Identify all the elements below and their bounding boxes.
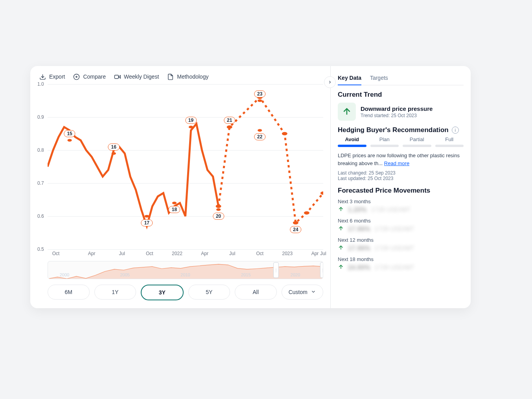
info-icon[interactable]: i — [452, 127, 459, 134]
forecast-price: 1729 USD/MT — [374, 264, 414, 271]
arrow-up-icon — [338, 245, 344, 252]
hedging-description: LDPE prices are now following the other … — [338, 152, 464, 167]
range-5y[interactable]: 5Y — [188, 285, 230, 300]
svg-point-11 — [304, 211, 309, 214]
range-label: 6M — [65, 289, 72, 295]
read-more-link[interactable]: Read more — [384, 160, 409, 166]
brush-handle-right[interactable] — [320, 262, 323, 278]
side-tabs: Key DataTargets — [338, 72, 464, 85]
chart-annotation[interactable]: 20 — [213, 213, 224, 220]
chart-annotation[interactable]: 19 — [185, 117, 197, 124]
hedging-section: Hedging Buyer's Recommendation i AvoidPl… — [338, 126, 464, 181]
y-tick-label: 1.0 — [37, 81, 44, 87]
forecast-row: Next 6 months17.96%1729 USD/MT — [338, 218, 464, 233]
brush-tick: 2015 — [241, 272, 250, 277]
arrow-up-icon — [342, 107, 352, 117]
export-label: Export — [49, 74, 65, 80]
svg-point-13 — [67, 139, 72, 142]
forecast-pct: 24.90% — [348, 264, 370, 271]
svg-point-6 — [216, 205, 221, 208]
range-6m[interactable]: 6M — [48, 285, 90, 300]
hedge-option-label: Plan — [379, 136, 390, 142]
forecast-row: Next 12 months17.96%1729 USD/MT — [338, 237, 464, 252]
forecast-price: 1729 USD/MT — [374, 226, 414, 233]
chart-annotation[interactable]: 15 — [64, 130, 75, 137]
svg-point-9 — [282, 132, 287, 135]
chart-annotation[interactable]: 17 — [141, 219, 153, 226]
forecast-pct: 17.96% — [348, 245, 370, 252]
chart-area: 0.50.60.70.80.91.0 15161718192021222324 … — [39, 84, 323, 300]
range-1y[interactable]: 1Y — [94, 285, 136, 300]
chart-annotation[interactable]: 23 — [254, 90, 265, 97]
range-3y[interactable]: 3Y — [141, 285, 184, 300]
forecast-row: Next 3 months1.20%1729 USD/MT — [338, 199, 464, 214]
methodology-button[interactable]: Methodology — [167, 73, 208, 80]
download-icon — [39, 73, 46, 80]
trend-subtitle: Trend started: 25 Oct 2023 — [361, 113, 433, 118]
forecast-label: Next 12 months — [338, 237, 464, 243]
range-custom[interactable]: Custom — [282, 285, 324, 300]
hedge-option-partial[interactable]: Partial — [403, 136, 431, 147]
x-tick-label: Apr — [311, 251, 319, 256]
x-tick-label: Oct — [146, 251, 153, 256]
forecast-heading: Forecasted Price Movements — [338, 187, 464, 195]
export-button[interactable]: Export — [39, 73, 65, 80]
trend-badge — [338, 103, 356, 121]
hedge-option-plan[interactable]: Plan — [370, 136, 399, 147]
brush-tick: 2005 — [120, 272, 129, 277]
svg-point-22 — [293, 221, 298, 224]
y-tick-label: 0.8 — [37, 147, 44, 153]
hedge-option-label: Full — [445, 136, 453, 142]
current-trend-heading: Current Trend — [338, 91, 464, 99]
compare-button[interactable]: Compare — [73, 73, 106, 80]
range-all[interactable]: All — [235, 285, 277, 300]
chevron-down-icon — [311, 289, 316, 296]
hedge-option-bar — [435, 145, 464, 147]
forecast-label: Next 18 months — [338, 256, 464, 262]
hedge-option-full[interactable]: Full — [435, 136, 464, 147]
hedging-last-changed: Last changed: 25 Sep 2023 — [338, 170, 464, 176]
x-tick-label: Apr — [201, 251, 208, 256]
chart-annotation[interactable]: 16 — [108, 143, 120, 151]
svg-marker-5 — [118, 75, 120, 78]
chart-annotation[interactable]: 24 — [290, 226, 301, 233]
forecast-price: 1729 USD/MT — [374, 245, 414, 252]
trend-title: Downward price pressure — [361, 105, 433, 112]
brush-tick: 2010 — [180, 272, 190, 277]
brush-handle-left[interactable] — [273, 262, 279, 278]
tab-key-data[interactable]: Key Data — [338, 72, 361, 85]
hedge-option-bar — [370, 145, 399, 147]
weekly-digest-button[interactable]: Weekly Digest — [114, 73, 159, 80]
chart-annotation[interactable]: 22 — [254, 133, 265, 140]
chart-annotation[interactable]: 21 — [224, 117, 235, 124]
chart-column: Export Compare Weekly Digest — [30, 66, 330, 308]
range-selector: 6M1Y3Y5YAllCustom — [48, 285, 323, 300]
forecast-section: Forecasted Price Movements Next 3 months… — [338, 187, 464, 272]
svg-point-21 — [258, 99, 262, 102]
svg-point-17 — [189, 126, 193, 129]
svg-point-18 — [216, 208, 221, 211]
x-tick-label: 2022 — [172, 251, 182, 256]
range-label: 3Y — [159, 289, 166, 296]
hedge-option-label: Avoid — [345, 136, 359, 142]
forecast-pct: 17.96% — [348, 226, 370, 233]
dashboard-card: Export Compare Weekly Digest — [30, 66, 471, 308]
time-brush[interactable]: 20002005201020152020 — [48, 261, 323, 279]
hedging-segmented-control: AvoidPlanPartialFull — [338, 136, 464, 147]
arrow-up-icon — [338, 264, 344, 272]
side-panel: Key DataTargets Current Trend Downward p… — [330, 66, 471, 308]
svg-point-19 — [227, 126, 232, 129]
forecast-label: Next 3 months — [338, 199, 464, 204]
price-chart[interactable]: 15161718192021222324 — [48, 84, 323, 249]
weekly-digest-label: Weekly Digest — [124, 74, 159, 80]
range-label: All — [252, 289, 259, 295]
tab-targets[interactable]: Targets — [370, 72, 388, 85]
chart-annotation[interactable]: 18 — [169, 206, 180, 213]
collapse-panel-button[interactable] — [324, 76, 336, 88]
range-label: 1Y — [112, 289, 118, 295]
svg-point-20 — [258, 129, 262, 132]
svg-point-16 — [172, 202, 177, 204]
hedge-option-avoid[interactable]: Avoid — [338, 136, 366, 147]
svg-point-12 — [320, 191, 323, 195]
forecast-row: Next 18 months24.90%1729 USD/MT — [338, 256, 464, 272]
